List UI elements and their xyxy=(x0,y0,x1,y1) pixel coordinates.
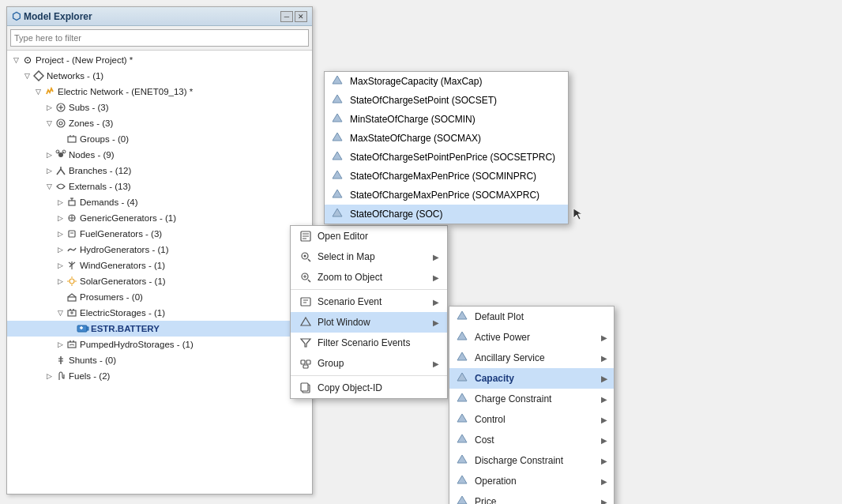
expand-wind-gen[interactable]: ▷ xyxy=(55,260,66,271)
sub1-operation[interactable]: Operation ▶ xyxy=(449,471,614,491)
expand-networks[interactable]: ▽ xyxy=(21,70,32,81)
svg-marker-86 xyxy=(333,133,342,141)
battery-icon xyxy=(77,322,89,335)
select-map-icon xyxy=(299,250,313,264)
svg-marker-69 xyxy=(457,393,467,401)
tree-item-shunts[interactable]: Shunts - (0) xyxy=(7,352,312,368)
submenu-capacity-items: MaxStorageCapacity (MaxCap) StateOfCharg… xyxy=(324,71,569,224)
ctx-group[interactable]: Group ▶ xyxy=(291,353,447,374)
sub1-operation-label: Operation xyxy=(475,476,517,487)
sub1-charge-constraint[interactable]: Charge Constraint ▶ xyxy=(449,389,614,409)
tree-item-electric-network[interactable]: ▽ Electric Network - (ENET09_13) * xyxy=(7,84,312,100)
tree-item-demands[interactable]: ▷ Demands - (4) xyxy=(7,194,312,210)
sub1-discharge-constraint[interactable]: Discharge Constraint ▶ xyxy=(449,450,614,471)
expand-solar-gen[interactable]: ▷ xyxy=(55,276,66,287)
sub1-control[interactable]: Control ▶ xyxy=(449,409,614,430)
svg-rect-34 xyxy=(68,297,76,301)
expand-externals[interactable]: ▽ xyxy=(43,181,55,192)
svg-rect-40 xyxy=(77,325,87,332)
sub2-state-of-charge[interactable]: StateOfCharge (SOC) xyxy=(325,205,568,224)
tree-item-subs[interactable]: ▷ Subs - (3) xyxy=(7,100,312,115)
select-map-arrow: ▶ xyxy=(433,253,439,261)
tree-item-zones[interactable]: ▽ Zones - (3) xyxy=(7,115,312,131)
expand-prosumers[interactable] xyxy=(55,291,66,303)
expand-pumped-hydro[interactable]: ▷ xyxy=(55,339,66,350)
sub2-min-soc[interactable]: MinStateOfCharge (SOCMIN) xyxy=(325,110,568,129)
nodes-label: Nodes - (9) xyxy=(69,150,115,160)
sub2-soc-setpoint-pen-price[interactable]: StateOfChargeSetPointPenPrice (SOCSETPRC… xyxy=(325,148,568,167)
sub2-max-storage-capacity-label: MaxStorageCapacity (MaxCap) xyxy=(350,76,482,87)
panel-title: ⬡ Model Explorer xyxy=(12,10,92,22)
expand-branches[interactable]: ▷ xyxy=(43,165,55,176)
sub1-capacity[interactable]: Capacity ▶ xyxy=(449,368,614,389)
fuels-icon xyxy=(55,370,67,382)
sub2-soc-max-pen-price-label: StateOfChargeMaxPenPrice (SOCMAXPRC) xyxy=(350,190,539,201)
svg-marker-67 xyxy=(457,352,467,360)
expand-estr-battery[interactable] xyxy=(66,323,77,334)
tree-item-externals[interactable]: ▽ Externals - (13) xyxy=(7,179,312,194)
generic-gen-label: GenericGenerators - (1) xyxy=(80,213,176,223)
expand-electric-storages[interactable]: ▽ xyxy=(55,307,66,318)
tree-item-project[interactable]: ▽ ⊙ Project - (New Project) * xyxy=(7,52,312,68)
tree-item-prosumers[interactable]: Prosumers - (0) xyxy=(7,289,312,305)
minimize-button[interactable]: ─ xyxy=(280,11,293,22)
expand-electric-network[interactable]: ▽ xyxy=(32,86,43,97)
soc-setpoint-icon xyxy=(331,93,345,107)
tree-item-electric-storages[interactable]: ▽ ElectricStorages - (1) xyxy=(7,305,312,321)
svg-marker-73 xyxy=(457,476,467,483)
tree-item-estr-battery[interactable]: ESTR.BATTERY xyxy=(7,321,312,337)
tree-item-fuels[interactable]: ▷ Fuels - (2) xyxy=(7,368,312,384)
ctx-plot-window[interactable]: Plot Window ▶ Default Plot Active Power … xyxy=(291,312,447,333)
tree-item-solar-gen[interactable]: ▷ SolarGenerators - (1) xyxy=(7,273,312,289)
sub1-default-plot[interactable]: Default Plot xyxy=(449,307,614,327)
filter-icon xyxy=(299,336,313,350)
sub2-soc-min-pen-price[interactable]: StateOfChargeMaxPenPrice (SOCMINPRC) xyxy=(325,167,568,186)
plot-icon xyxy=(299,315,313,329)
expand-nodes[interactable]: ▷ xyxy=(43,149,55,160)
sub1-cost[interactable]: Cost ▶ xyxy=(449,430,614,450)
tree-item-wind-gen[interactable]: ▷ WindGenerators - (1) xyxy=(7,258,312,273)
tree-item-networks[interactable]: ▽ Networks - (1) xyxy=(7,68,312,84)
expand-fuels[interactable]: ▷ xyxy=(43,370,55,382)
expand-shunts[interactable] xyxy=(43,355,55,366)
sub1-active-power-label: Active Power xyxy=(475,332,530,343)
sub1-charge-constraint-label: Charge Constraint xyxy=(475,393,551,404)
ctx-copy-id[interactable]: Copy Object-ID xyxy=(291,378,447,398)
tree-item-generic-gen[interactable]: ▷ GenericGenerators - (1) xyxy=(7,210,312,226)
sub1-active-power[interactable]: Active Power ▶ xyxy=(449,327,614,348)
svg-marker-90 xyxy=(333,209,342,216)
sub2-soc-max-pen-price[interactable]: StateOfChargeMaxPenPrice (SOCMAXPRC) xyxy=(325,186,568,205)
tree-container[interactable]: ▽ ⊙ Project - (New Project) * ▽ Networks… xyxy=(7,51,312,494)
tree-item-groups[interactable]: Groups - (0) xyxy=(7,131,312,147)
expand-fuel-gen[interactable]: ▷ xyxy=(55,228,66,239)
ctx-select-in-map[interactable]: Select in Map ▶ xyxy=(291,246,447,267)
expand-project[interactable]: ▽ xyxy=(10,55,21,66)
hydro-gen-icon xyxy=(66,243,78,256)
sub2-max-storage-capacity[interactable]: MaxStorageCapacity (MaxCap) xyxy=(325,72,568,91)
expand-demands[interactable]: ▷ xyxy=(55,197,66,208)
expand-zones[interactable]: ▽ xyxy=(43,118,55,129)
sub1-price[interactable]: Price ▶ xyxy=(449,491,614,504)
ctx-filter-scenario[interactable]: Filter Scenario Events xyxy=(291,333,447,353)
tree-item-pumped-hydro[interactable]: ▷ PumpedHydroStorages - (1) xyxy=(7,337,312,352)
sub2-soc-setpoint[interactable]: StateOfChargeSetPoint (SOCSET) xyxy=(325,91,568,110)
price-arrow: ▶ xyxy=(601,498,607,505)
price-icon xyxy=(456,495,470,504)
svg-marker-0 xyxy=(34,71,43,81)
expand-hydro-gen[interactable]: ▷ xyxy=(55,244,66,255)
expand-groups[interactable] xyxy=(55,134,66,145)
tree-item-fuel-gen[interactable]: ▷ FuelGenerators - (3) xyxy=(7,226,312,242)
sub2-max-soc[interactable]: MaxStateOfCharge (SOCMAX) xyxy=(325,129,568,148)
tree-item-nodes[interactable]: ▷ Nodes - (9) xyxy=(7,147,312,163)
nodes-icon xyxy=(55,149,67,161)
search-input[interactable] xyxy=(10,29,309,47)
close-button[interactable]: ✕ xyxy=(295,11,307,22)
ctx-zoom-to-object[interactable]: Zoom to Object ▶ xyxy=(291,267,447,288)
expand-generic-gen[interactable]: ▷ xyxy=(55,213,66,224)
expand-subs[interactable]: ▷ xyxy=(43,102,55,113)
tree-item-branches[interactable]: ▷ Branches - (12) xyxy=(7,163,312,179)
ctx-scenario-event[interactable]: Scenario Event ▶ xyxy=(291,291,447,312)
sub1-ancillary-service[interactable]: Ancillary Service ▶ xyxy=(449,348,614,368)
tree-item-hydro-gen[interactable]: ▷ HydroGenerators - (1) xyxy=(7,242,312,258)
ctx-open-editor[interactable]: Open Editor xyxy=(291,226,447,246)
